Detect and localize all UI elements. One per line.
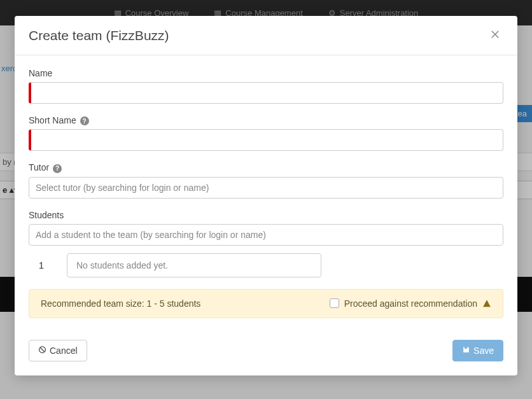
modal-overlay: Create team (FizzBuzz) Name Short Name ? — [0, 0, 532, 399]
help-icon[interactable]: ? — [80, 116, 89, 125]
tutor-label: Tutor ? — [29, 162, 503, 172]
short-name-field: Short Name ? — [29, 115, 503, 151]
student-slot-row: 1 No students added yet. — [29, 253, 503, 277]
student-slot-empty: No students added yet. — [67, 253, 321, 277]
students-field: Students — [29, 210, 503, 246]
short-name-label: Short Name ? — [29, 115, 503, 125]
name-field: Name — [29, 68, 503, 104]
close-icon — [489, 29, 501, 42]
save-button[interactable]: Save — [452, 340, 503, 361]
student-slot-number: 1 — [29, 253, 54, 277]
cancel-button[interactable]: Cancel — [29, 340, 87, 361]
proceed-label: Proceed against recommendation — [344, 298, 477, 309]
recommendation-text: Recommended team size: 1 - 5 students — [41, 298, 200, 309]
recommendation-bar: Recommended team size: 1 - 5 students Pr… — [29, 289, 503, 318]
save-icon — [462, 346, 470, 356]
modal-header: Create team (FizzBuzz) — [15, 16, 517, 55]
students-label: Students — [29, 210, 503, 220]
modal-body: Name Short Name ? Tutor ? Students — [15, 55, 517, 330]
tutor-field: Tutor ? — [29, 162, 503, 198]
help-icon[interactable]: ? — [53, 164, 62, 173]
proceed-checkbox[interactable] — [330, 298, 339, 308]
short-name-input[interactable] — [29, 129, 503, 151]
warning-icon — [482, 299, 491, 308]
create-team-modal: Create team (FizzBuzz) Name Short Name ? — [15, 16, 517, 375]
name-input[interactable] — [29, 82, 503, 104]
tutor-input[interactable] — [29, 177, 503, 199]
cancel-icon — [38, 346, 46, 356]
recommendation-proceed-group: Proceed against recommendation — [330, 298, 491, 309]
modal-footer: Cancel Save — [15, 330, 517, 375]
name-label: Name — [29, 68, 503, 78]
modal-title: Create team (FizzBuzz) — [29, 28, 169, 43]
students-input[interactable] — [29, 224, 503, 246]
close-button[interactable] — [487, 26, 503, 45]
